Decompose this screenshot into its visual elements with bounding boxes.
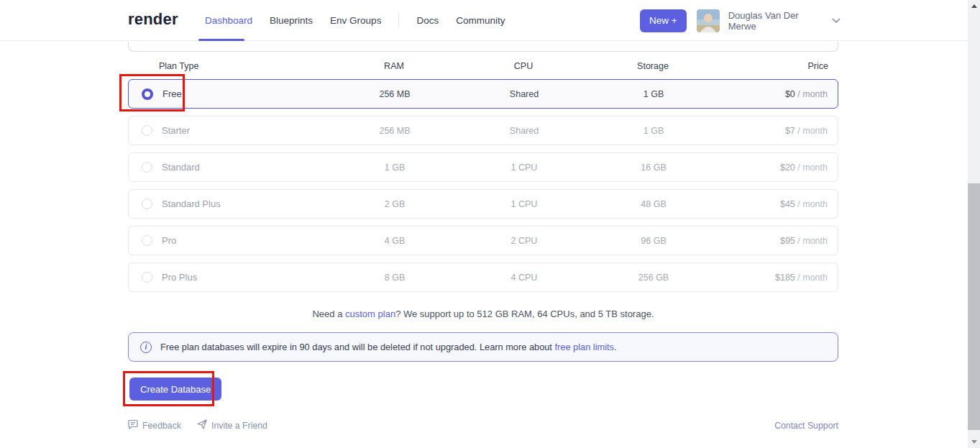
feedback-link[interactable]: Feedback <box>128 419 181 431</box>
plan-name: Pro Plus <box>162 272 197 283</box>
feedback-icon <box>128 419 138 431</box>
plan-price: $0 <box>785 89 795 99</box>
plan-cpu: 1 CPU <box>477 199 571 209</box>
col-price: Price <box>736 61 838 71</box>
col-storage: Storage <box>570 61 736 71</box>
plan-cpu: 2 CPU <box>477 236 571 246</box>
info-icon: i <box>140 342 152 353</box>
nav-dashboard[interactable]: Dashboard <box>205 15 252 26</box>
plan-price: $185 <box>775 273 795 283</box>
free-plan-limits-link[interactable]: free plan limits <box>554 342 614 352</box>
annotation-box-free-radio <box>119 74 185 111</box>
feedback-label: Feedback <box>142 421 181 431</box>
plan-storage: 256 GB <box>571 273 736 283</box>
plan-price: $45 <box>780 199 795 209</box>
custom-plan-link[interactable]: custom plan <box>345 308 395 319</box>
plan-cpu: 4 CPU <box>477 273 571 283</box>
nav-blueprints[interactable]: Blueprints <box>270 15 313 26</box>
new-button[interactable]: New + <box>640 9 687 32</box>
invite-friend-link[interactable]: Invite a Friend <box>197 419 267 431</box>
plan-row-starter[interactable]: Starter 256 MB Shared 1 GB $7 / month <box>128 116 838 145</box>
plan-ram: 256 MB <box>312 89 477 99</box>
banner-suffix: . <box>614 342 617 352</box>
render-logo[interactable]: render <box>128 10 178 29</box>
free-plan-banner: i Free plan databases will expire in 90 … <box>128 332 838 362</box>
plan-ram: 2 GB <box>312 199 477 209</box>
custom-plan-prefix: Need a <box>312 308 345 319</box>
plan-name: Standard Plus <box>162 198 221 209</box>
banner-text: Free plan databases will expire in 90 da… <box>160 342 617 352</box>
previous-field-cutoff <box>128 42 838 52</box>
main-nav: Dashboard Blueprints Env Groups Docs Com… <box>205 0 505 40</box>
plan-row-pro[interactable]: Pro 4 GB 2 CPU 96 GB $95 / month <box>128 226 838 255</box>
plan-storage: 1 GB <box>571 89 736 99</box>
plan-cpu: Shared <box>477 126 571 136</box>
plan-row-pro-plus[interactable]: Pro Plus 8 GB 4 CPU 256 GB $185 / month <box>128 262 838 292</box>
custom-plan-note: Need a custom plan? We support up to 512… <box>128 308 838 319</box>
contact-support-link[interactable]: Contact Support <box>774 421 838 431</box>
nav-env-groups[interactable]: Env Groups <box>330 15 381 26</box>
nav-divider <box>398 12 399 28</box>
plan-price-suffix: / month <box>795 126 828 136</box>
scroll-down-arrow[interactable] <box>968 436 980 448</box>
plan-price-suffix: / month <box>795 236 828 246</box>
custom-plan-suffix: ? We support up to 512 GB RAM, 64 CPUs, … <box>395 308 654 319</box>
invite-label: Invite a Friend <box>211 421 267 431</box>
plan-storage: 48 GB <box>571 199 736 209</box>
nav-community[interactable]: Community <box>456 15 505 26</box>
plan-rows: Free 256 MB Shared 1 GB $0 / month Start… <box>128 79 838 299</box>
paper-plane-icon <box>197 419 207 431</box>
plan-ram: 8 GB <box>312 273 477 283</box>
plan-cpu: 1 CPU <box>477 163 571 173</box>
plan-row-free[interactable]: Free 256 MB Shared 1 GB $0 / month <box>128 79 838 109</box>
footer: Feedback Invite a Friend Contact Support <box>128 419 838 431</box>
radio-icon[interactable] <box>142 272 152 283</box>
chevron-down-icon[interactable] <box>832 18 841 24</box>
col-ram: RAM <box>311 61 477 71</box>
page: render Dashboard Blueprints Env Groups D… <box>0 0 980 448</box>
col-cpu: CPU <box>477 61 570 71</box>
plan-price-suffix: / month <box>795 273 828 283</box>
banner-message: Free plan databases will expire in 90 da… <box>160 342 554 352</box>
radio-icon[interactable] <box>142 162 152 173</box>
plan-name: Standard <box>162 162 200 173</box>
plan-ram: 256 MB <box>312 126 477 136</box>
plan-price-suffix: / month <box>795 89 828 99</box>
plan-table-header: Plan Type RAM CPU Storage Price <box>128 60 838 72</box>
plan-price: $95 <box>780 236 795 246</box>
user-name[interactable]: Douglas Van Der Merwe <box>728 10 823 32</box>
plan-storage: 96 GB <box>571 236 736 246</box>
plan-storage: 1 GB <box>571 126 736 136</box>
plan-name: Pro <box>162 235 176 246</box>
plan-ram: 1 GB <box>312 163 477 173</box>
scrollbar-thumb[interactable] <box>968 183 980 430</box>
active-tab-underline <box>198 39 244 41</box>
radio-icon[interactable] <box>142 125 152 136</box>
nav-docs[interactable]: Docs <box>416 15 439 26</box>
plan-row-standard[interactable]: Standard 1 GB 1 CPU 16 GB $20 / month <box>128 152 838 182</box>
annotation-box-create-button <box>123 371 214 406</box>
plan-ram: 4 GB <box>312 236 477 246</box>
plan-name: Starter <box>162 125 190 136</box>
scroll-up-arrow[interactable] <box>968 0 980 12</box>
top-bar: render Dashboard Blueprints Env Groups D… <box>0 0 968 41</box>
radio-icon[interactable] <box>142 235 152 246</box>
col-plan-type: Plan Type <box>128 61 311 71</box>
user-avatar[interactable] <box>697 9 720 32</box>
top-bar-right: New + Douglas Van Der Merwe <box>640 0 841 41</box>
plan-row-standard-plus[interactable]: Standard Plus 2 GB 1 CPU 48 GB $45 / mon… <box>128 189 838 219</box>
plan-price-suffix: / month <box>795 163 828 173</box>
plan-cpu: Shared <box>477 89 571 99</box>
plan-price-suffix: / month <box>795 199 828 209</box>
plan-price: $20 <box>780 163 795 173</box>
radio-icon[interactable] <box>142 198 152 209</box>
plan-storage: 16 GB <box>571 163 736 173</box>
vertical-scrollbar[interactable] <box>968 0 980 448</box>
plan-price: $7 <box>785 126 795 136</box>
